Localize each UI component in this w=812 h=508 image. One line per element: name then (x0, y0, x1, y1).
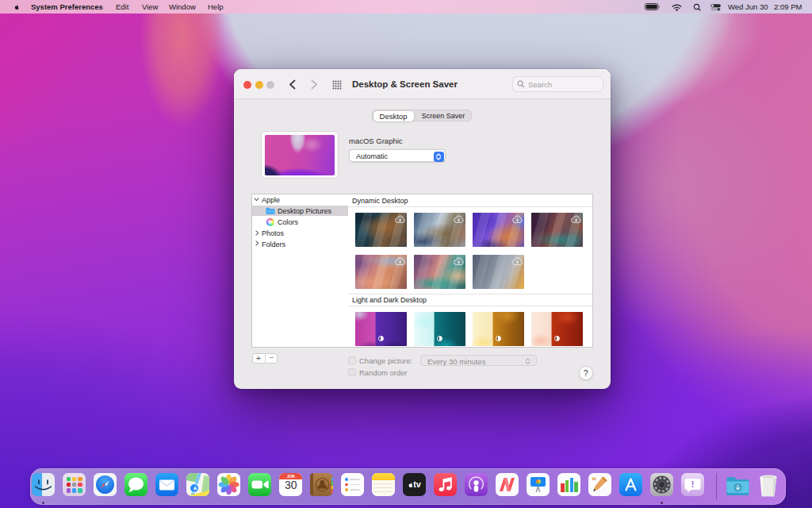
svg-text:!: ! (691, 479, 695, 489)
